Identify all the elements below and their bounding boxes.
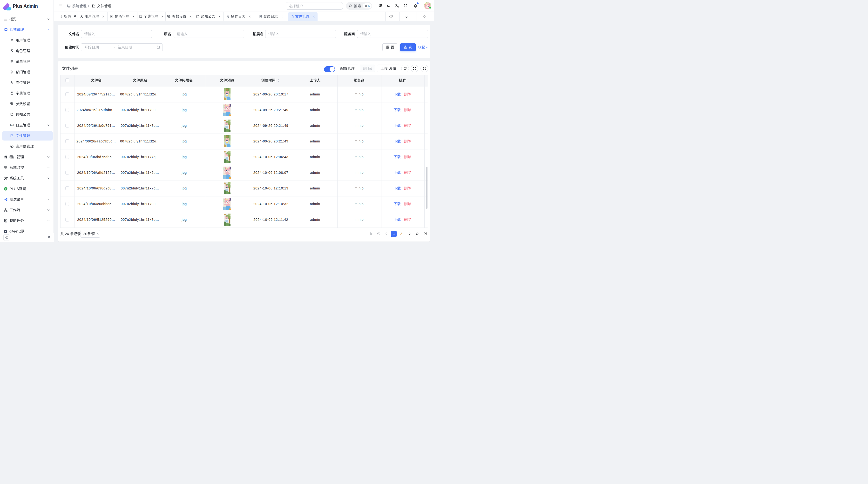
svg-text:DEV: DEV — [10, 124, 13, 126]
